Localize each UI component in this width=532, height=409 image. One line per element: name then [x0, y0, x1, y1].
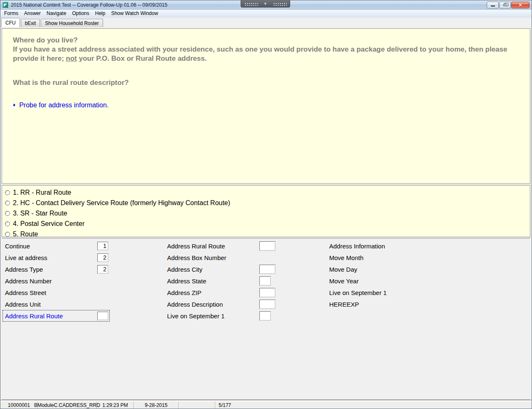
field-row-address-type: Address Type — [5, 263, 110, 275]
field-label: Address Information — [329, 243, 385, 250]
field-row-address-state: Address State — [167, 275, 276, 287]
tab-bexit[interactable]: bExit — [21, 19, 40, 27]
menu-forms[interactable]: Forms — [1, 10, 21, 17]
field-row-live-at-address: Live at address — [5, 252, 110, 263]
question-panel: Where do you live? If you have a street … — [2, 28, 530, 184]
tab-strip: CFU bExit Show Household Roster — [0, 17, 532, 27]
window-controls: ✕ — [486, 2, 530, 8]
field-label: Address State — [167, 278, 206, 285]
radio-icon[interactable] — [5, 190, 10, 195]
app-icon — [2, 2, 9, 8]
title-bar: 2015 National Content Test -- Coverage F… — [0, 0, 532, 10]
menu-answer[interactable]: Answer — [21, 10, 44, 17]
question-followup: What is the rural route descriptor? — [13, 78, 522, 87]
question-paragraph-underlined: not — [66, 55, 77, 62]
status-date: 9-28-2015 — [134, 402, 179, 409]
option-postal-service-center[interactable]: 4. Postal Service Center — [5, 218, 530, 229]
dot-grid-icon — [273, 2, 287, 6]
menu-navigate[interactable]: Navigate — [44, 10, 69, 17]
option-label: 2. HC - Contact Delivery Service Route (… — [13, 199, 230, 207]
field-label: Address City — [167, 266, 202, 273]
minimize-icon — [491, 5, 495, 7]
address-city-input[interactable] — [259, 265, 276, 274]
close-icon: ✕ — [512, 2, 529, 8]
field-label: Address Description — [167, 301, 223, 308]
field-label: Continue — [5, 243, 30, 250]
close-button[interactable]: ✕ — [511, 2, 530, 8]
option-label: 4. Postal Service Center — [13, 220, 85, 228]
address-zip-input[interactable] — [259, 288, 276, 297]
option-rural-route[interactable]: 1. RR - Rural Route — [5, 187, 530, 198]
field-label: Address Rural Route — [5, 312, 63, 320]
field-label: Address ZIP — [167, 289, 202, 296]
status-empty-cell — [179, 402, 215, 409]
field-row-live-on-september-1: Live on September 1 — [167, 310, 276, 322]
field-row-address-information: Address Information — [329, 240, 437, 252]
address-description-input[interactable] — [259, 300, 276, 309]
field-label: Address Rural Route — [167, 243, 225, 250]
question-text: Where do you live? If you have a street … — [13, 36, 522, 87]
radio-icon[interactable] — [5, 221, 10, 226]
content-area: Where do you live? If you have a street … — [0, 27, 532, 400]
field-column-3: Address Information Move Month Move Day … — [329, 240, 437, 310]
app-window: 2015 National Content Test -- Coverage F… — [0, 0, 532, 409]
menu-help[interactable]: Help — [92, 10, 108, 17]
chevron-down-icon[interactable]: ▼ — [263, 2, 268, 6]
field-row-move-month: Move Month — [329, 252, 437, 263]
option-star-route[interactable]: 3. SR - Star Route — [5, 208, 530, 218]
option-label: 5. Route — [13, 231, 38, 238]
tab-cfu[interactable]: CFU — [1, 18, 20, 27]
menu-options[interactable]: Options — [69, 10, 92, 17]
status-page-count: 5/177 — [215, 402, 319, 409]
field-row-address-rural-route-focused: Address Rural Route — [2, 310, 110, 322]
continue-input[interactable] — [97, 242, 108, 250]
status-case-id: 10000001 — [0, 402, 38, 409]
dot-grid-icon — [244, 2, 258, 6]
address-rural-route-input[interactable] — [97, 312, 108, 320]
menu-show-watch-window[interactable]: Show Watch Window — [108, 10, 161, 17]
radio-icon[interactable] — [5, 211, 10, 216]
field-label: Address Type — [5, 266, 43, 273]
question-line-1: Where do you live? — [13, 36, 522, 45]
field-label: HEREEXP — [329, 301, 359, 308]
address-rural-route-col2-input[interactable] — [259, 241, 276, 251]
tab-show-household-roster[interactable]: Show Household Roster — [41, 19, 103, 27]
field-label: Address Unit — [5, 301, 41, 308]
question-paragraph-post: your P.O. Box or Rural Route address. — [77, 55, 207, 62]
radio-icon[interactable] — [5, 232, 10, 237]
address-state-input[interactable] — [259, 276, 271, 286]
field-label: Address Street — [5, 289, 46, 296]
option-label: 3. SR - Star Route — [13, 210, 67, 217]
field-row-address-zip: Address ZIP — [167, 287, 276, 298]
field-row-move-year: Move Year — [329, 275, 437, 287]
field-row-address-city: Address City — [167, 263, 276, 275]
field-column-1: Continue Live at address Address Type Ad… — [5, 240, 110, 322]
restore-button[interactable] — [499, 2, 511, 8]
field-label: Live on September 1 — [329, 289, 387, 296]
field-row-live-on-september-1-col3: Live on September 1 — [329, 287, 437, 298]
screen-share-toolbar[interactable]: ▼ — [241, 0, 290, 7]
field-row-address-unit: Address Unit — [5, 298, 110, 310]
minimize-button[interactable] — [487, 2, 499, 8]
field-row-move-day: Move Day — [329, 263, 437, 275]
field-label: Move Month — [329, 254, 364, 261]
live-at-address-input[interactable] — [97, 253, 108, 262]
radio-icon[interactable] — [5, 201, 10, 206]
status-time: 1:29:23 PM — [97, 402, 134, 409]
field-label: Live at address — [5, 254, 47, 261]
field-row-address-description: Address Description — [167, 298, 276, 310]
question-paragraph: If you have a street address associated … — [13, 45, 522, 63]
restore-icon — [503, 4, 506, 6]
live-on-september-1-input[interactable] — [259, 311, 271, 321]
field-label: Move Day — [329, 266, 357, 273]
field-label: Live on September 1 — [167, 312, 224, 320]
field-row-address-rural-route: Address Rural Route — [167, 240, 276, 252]
status-field-path: BModuleC.CADDRESS_RRD — [38, 402, 97, 409]
field-row-address-number: Address Number — [5, 275, 110, 287]
interviewer-probe: ♦Probe for address information. — [13, 102, 522, 109]
field-row-continue: Continue — [5, 240, 110, 252]
field-label: Address Number — [5, 278, 52, 285]
address-type-input[interactable] — [97, 265, 108, 274]
field-row-address-box-number: Address Box Number — [167, 252, 276, 263]
option-contact-delivery[interactable]: 2. HC - Contact Delivery Service Route (… — [5, 198, 530, 208]
